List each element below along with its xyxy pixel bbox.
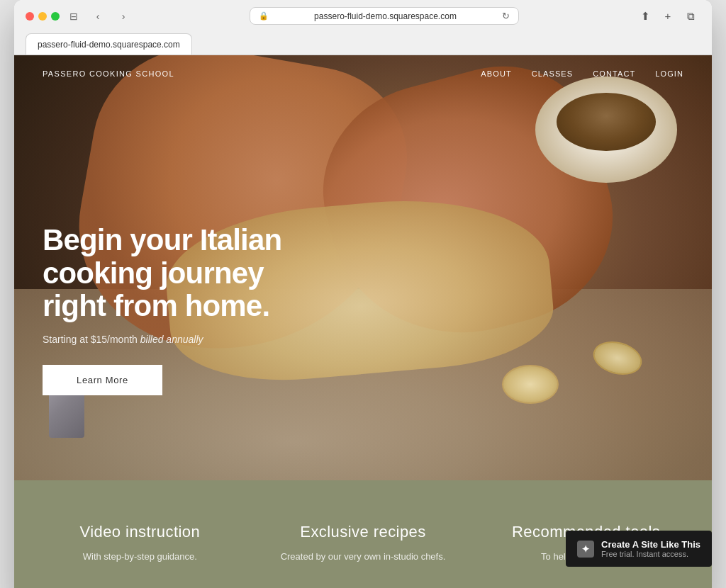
nav-link-login[interactable]: LOGIN: [655, 69, 683, 78]
badge-text: Create A Site Like This Free trial. Inst…: [601, 539, 700, 558]
feature-title-recipes: Exclusive recipes: [300, 523, 425, 541]
navigation: PASSERO COOKING SCHOOL ABOUT CLASSES CON…: [14, 55, 712, 92]
browser-toolbar: ⊟ ‹ › 🔒 passero-fluid-demo.squarespace.c…: [26, 7, 700, 25]
maximize-button[interactable]: [51, 12, 60, 21]
hero-subtitle: Starting at $15/month billed annually: [43, 334, 326, 345]
squarespace-logo-icon: ✦: [577, 541, 594, 558]
hero-subtitle-italic: billed annually: [140, 334, 203, 345]
traffic-lights: [26, 12, 60, 21]
site-logo: PASSERO COOKING SCHOOL: [43, 69, 174, 78]
active-tab[interactable]: passero-fluid-demo.squarespace.com: [26, 33, 192, 55]
ravioli-decoration-2: [589, 337, 645, 380]
feature-title-video: Video instruction: [79, 523, 200, 541]
nav-link-classes[interactable]: CLASSES: [532, 69, 573, 78]
address-bar-container: 🔒 passero-fluid-demo.squarespace.com ↻: [139, 7, 630, 25]
hero-subtitle-static: Starting at $15/month: [43, 334, 140, 345]
hero-content: Begin your Italian cooking journey right…: [43, 224, 326, 395]
sidebar-toggle-button[interactable]: ⊟: [65, 9, 82, 23]
hero-section: PASSERO COOKING SCHOOL ABOUT CLASSES CON…: [14, 55, 712, 480]
ravioli-decoration-1: [502, 365, 559, 404]
learn-more-button[interactable]: Learn More: [43, 365, 162, 395]
new-tab-button[interactable]: +: [658, 9, 678, 24]
reload-icon[interactable]: ↻: [502, 11, 510, 21]
website: PASSERO COOKING SCHOOL ABOUT CLASSES CON…: [14, 55, 712, 588]
browser-actions: ⬆ + ⧉: [635, 9, 700, 24]
nav-links: ABOUT CLASSES CONTACT LOGIN: [481, 69, 683, 78]
squarespace-badge[interactable]: ✦ Create A Site Like This Free trial. In…: [566, 531, 712, 567]
bowl-decoration: [535, 77, 677, 183]
feature-item-video: Video instruction With step-by-step guid…: [43, 523, 238, 564]
hero-title: Begin your Italian cooking journey right…: [43, 224, 326, 322]
url-text: passero-fluid-demo.squarespace.com: [273, 11, 498, 21]
back-button[interactable]: ‹: [88, 9, 108, 24]
address-bar[interactable]: 🔒 passero-fluid-demo.squarespace.com ↻: [250, 7, 519, 25]
minimize-button[interactable]: [38, 12, 47, 21]
lock-icon: 🔒: [259, 11, 269, 21]
forward-button[interactable]: ›: [113, 9, 133, 24]
feature-desc-video: With step-by-step guidance.: [83, 550, 197, 564]
nav-link-contact[interactable]: CONTACT: [593, 69, 635, 78]
tab-label: passero-fluid-demo.squarespace.com: [38, 40, 180, 50]
close-button[interactable]: [26, 12, 34, 21]
nav-link-about[interactable]: ABOUT: [481, 69, 511, 78]
feature-item-recipes: Exclusive recipes Created by our very ow…: [266, 523, 461, 564]
badge-sub-text: Free trial. Instant access.: [601, 550, 700, 558]
browser-chrome: ⊟ ‹ › 🔒 passero-fluid-demo.squarespace.c…: [14, 0, 712, 55]
tab-overview-button[interactable]: ⧉: [681, 9, 700, 24]
badge-main-text: Create A Site Like This: [601, 539, 700, 550]
browser-tabs: passero-fluid-demo.squarespace.com: [26, 33, 700, 55]
feature-desc-recipes: Created by our very own in-studio chefs.: [281, 550, 446, 564]
browser-window: ⊟ ‹ › 🔒 passero-fluid-demo.squarespace.c…: [14, 0, 712, 588]
share-button[interactable]: ⬆: [635, 9, 655, 24]
